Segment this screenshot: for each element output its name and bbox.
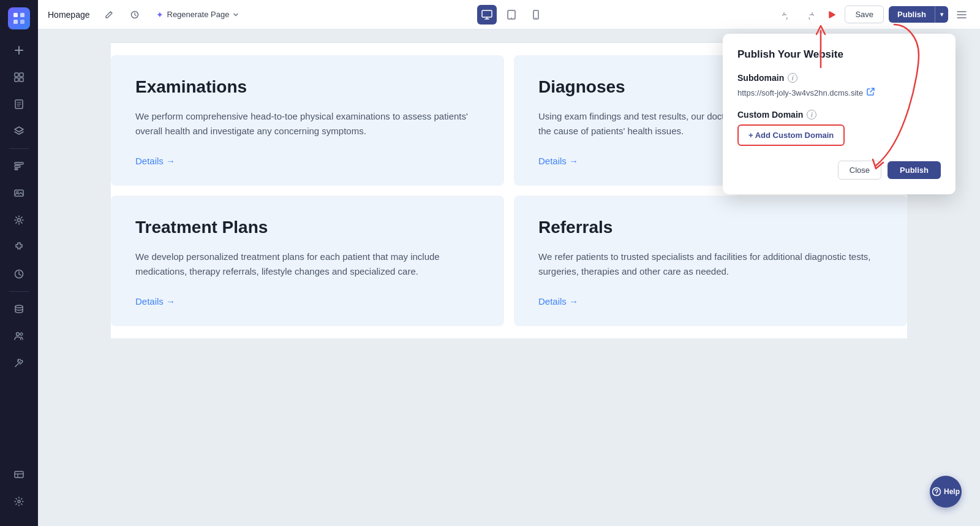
card-treatment-desc: We develop personalized treatment plans … — [135, 250, 480, 279]
svg-rect-3 — [20, 20, 24, 24]
card-examinations: Examinations We perform comprehensive he… — [111, 55, 504, 186]
svg-rect-7 — [20, 78, 23, 82]
svg-rect-0 — [13, 13, 18, 17]
preview-btn[interactable] — [823, 6, 840, 23]
svg-rect-1 — [20, 13, 24, 17]
sidebar: Feedback — [0, 0, 38, 526]
svg-rect-2 — [13, 20, 18, 24]
publish-btn-group[interactable]: Publish ▾ — [889, 6, 948, 23]
save-btn[interactable]: Save — [845, 6, 884, 23]
svg-point-25 — [535, 17, 537, 18]
edit-icon-btn[interactable] — [100, 6, 118, 24]
regenerate-btn[interactable]: ✦ Regenerate Page — [151, 7, 244, 22]
publish-btn-chevron[interactable]: ▾ — [935, 7, 948, 21]
panel-close-btn[interactable]: Close — [838, 161, 881, 180]
svg-rect-6 — [15, 78, 18, 82]
card-referrals-title: Referrals — [538, 218, 883, 237]
subdomain-info-icon[interactable]: i — [788, 73, 797, 83]
help-icon — [932, 487, 941, 497]
page-name: Homepage — [48, 10, 90, 20]
svg-rect-4 — [15, 73, 18, 77]
svg-point-17 — [17, 333, 20, 336]
sidebar-item-pages[interactable] — [7, 92, 31, 116]
sidebar-divider — [9, 148, 29, 149]
svg-rect-19 — [15, 471, 23, 478]
external-link-icon[interactable] — [867, 88, 875, 97]
card-treatment-plans: Treatment Plans We develop personalized … — [111, 196, 504, 326]
custom-domain-info-icon[interactable]: i — [807, 110, 816, 120]
redo-btn[interactable] — [801, 6, 818, 23]
publish-btn-main[interactable]: Publish — [889, 6, 935, 23]
topbar-right: Save Publish ▾ — [778, 6, 970, 23]
svg-point-16 — [15, 305, 23, 308]
svg-point-14 — [18, 219, 21, 222]
card-referrals-desc: We refer patients to trusted specialists… — [538, 250, 883, 279]
history-icon-btn[interactable] — [126, 6, 144, 24]
sidebar-item-plugins[interactable] — [7, 235, 31, 259]
svg-point-13 — [17, 191, 18, 193]
svg-point-27 — [936, 494, 937, 494]
sidebar-bottom — [7, 462, 31, 519]
device-switcher — [251, 5, 771, 25]
subdomain-url: https://soft-joly-3w4vs2hn.dcms.site — [737, 88, 941, 97]
device-tablet-btn[interactable] — [502, 5, 521, 25]
hamburger-btn[interactable] — [953, 6, 970, 23]
sidebar-item-navigator[interactable] — [7, 154, 31, 178]
card-examinations-title: Examinations — [135, 77, 480, 97]
sidebar-item-team[interactable] — [7, 324, 31, 348]
svg-rect-5 — [20, 73, 23, 77]
card-examinations-link[interactable]: Details → — [135, 156, 480, 166]
svg-rect-9 — [15, 162, 23, 164]
card-treatment-title: Treatment Plans — [135, 218, 480, 237]
sidebar-item-components[interactable] — [7, 65, 31, 90]
undo-btn[interactable] — [778, 6, 796, 23]
svg-point-18 — [20, 333, 23, 335]
sidebar-item-data[interactable] — [7, 462, 31, 487]
regenerate-label: Regenerate Page — [167, 10, 230, 19]
subdomain-label: Subdomain i — [737, 73, 941, 83]
custom-domain-label: Custom Domain i — [737, 110, 941, 120]
svg-point-23 — [511, 17, 512, 18]
regenerate-chevron — [233, 12, 239, 18]
topbar: Homepage ✦ Regenerate Page — [38, 0, 980, 29]
help-label: Help — [944, 487, 960, 496]
regenerate-icon: ✦ — [156, 10, 164, 20]
sidebar-item-settings2[interactable] — [7, 489, 31, 514]
sidebar-item-database[interactable] — [7, 297, 31, 321]
sidebar-divider-2 — [9, 291, 29, 292]
device-mobile-btn[interactable] — [526, 5, 546, 25]
add-custom-domain-btn[interactable]: + Add Custom Domain — [737, 124, 845, 146]
sidebar-item-settings[interactable] — [7, 208, 31, 232]
publish-panel: Publish Your Website Subdomain i https:/… — [723, 34, 956, 194]
sidebar-item-add[interactable] — [7, 38, 31, 63]
device-desktop-btn[interactable] — [477, 5, 497, 25]
sidebar-item-layers[interactable] — [7, 119, 31, 143]
sidebar-item-version[interactable] — [7, 262, 31, 286]
sidebar-item-tools[interactable] — [7, 351, 31, 375]
svg-rect-11 — [15, 169, 18, 170]
svg-rect-10 — [15, 166, 20, 167]
help-btn[interactable]: Help — [930, 476, 962, 508]
app-logo[interactable] — [8, 7, 30, 29]
card-examinations-desc: We perform comprehensive head-to-toe phy… — [135, 109, 480, 139]
card-referrals-link[interactable]: Details → — [538, 296, 883, 307]
panel-publish-btn[interactable]: Publish — [888, 161, 941, 179]
sidebar-item-media[interactable] — [7, 181, 31, 205]
publish-panel-title: Publish Your Website — [737, 48, 941, 61]
svg-rect-21 — [482, 10, 492, 17]
panel-actions: Close Publish — [737, 161, 941, 180]
svg-rect-12 — [15, 190, 23, 196]
card-referrals: Referrals We refer patients to trusted s… — [514, 196, 907, 326]
card-treatment-link[interactable]: Details → — [135, 296, 480, 307]
